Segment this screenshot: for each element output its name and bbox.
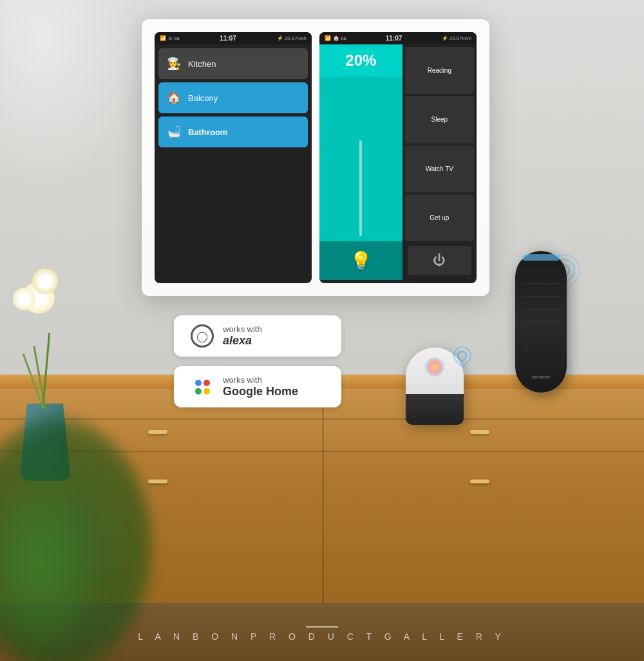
alexa-brand: alexa <box>223 334 262 348</box>
footer-text: L A N B O N P R O D U C T G A L L E R Y <box>138 631 506 642</box>
google-dot-grid <box>195 380 210 395</box>
status-icons: 📶 ⊙ os <box>160 35 180 41</box>
slider-track <box>359 140 362 236</box>
google-brand: Google Home <box>223 385 298 398</box>
status-bar-right: 📶 🏠 os 11:07 ⚡ 20.97kwh <box>319 32 477 44</box>
google-badge-text: works with Google Home <box>223 375 298 398</box>
echo-line-4 <box>522 309 560 310</box>
drawer-handle-4 <box>470 479 489 483</box>
google-icon <box>189 374 215 400</box>
google-works-with: works with <box>223 375 298 385</box>
bulb-icon: 💡 <box>350 250 372 272</box>
alexa-ring: ◯ <box>191 324 214 348</box>
status-bar-left: 📶 ⊙ os 11:07 ⚡ 20.97kwh <box>155 32 312 44</box>
os-icon: ⊙ os <box>168 35 180 41</box>
alexa-badge-text: works with alexa <box>223 324 262 348</box>
time-right: 11:07 <box>386 35 402 42</box>
power-button[interactable]: ⏻ <box>408 246 471 275</box>
power-icon: ⏻ <box>433 253 446 268</box>
echo-line-5 <box>522 322 560 322</box>
time-left: 11:07 <box>220 35 236 42</box>
drawer-handle-1 <box>148 430 167 434</box>
bathroom-label: Bathroom <box>188 127 227 137</box>
balcony-icon: 🏠 <box>165 89 183 107</box>
dot-blue <box>195 380 202 386</box>
alexa-works-with: works with <box>223 324 262 334</box>
scene-get-up[interactable]: Get up <box>405 194 474 241</box>
device-panel-left[interactable]: 📶 ⊙ os 11:07 ⚡ 20.97kwh 👨‍🍳 Kitchen 🏠 Ba… <box>155 32 312 283</box>
energy-left: ⚡ 20.97kwh <box>277 35 307 41</box>
google-badge: works with Google Home <box>174 366 341 407</box>
gh-wave-container <box>451 341 483 373</box>
dot-red <box>204 380 210 386</box>
dot-yellow <box>204 388 210 395</box>
google-home-waves <box>451 341 483 373</box>
google-home-light <box>425 357 444 377</box>
echo-speaker: amazon <box>509 251 573 418</box>
dot-green <box>195 388 202 395</box>
energy-right: ⚡ 20.97kwh <box>442 35 471 41</box>
room-item-bathroom[interactable]: 🛁 Bathroom <box>158 116 308 147</box>
alexa-icon: ◯ <box>189 323 215 349</box>
room-list: 👨‍🍳 Kitchen 🏠 Balcony 🛁 Bathroom <box>155 44 312 151</box>
scene-reading[interactable]: Reading <box>405 47 474 94</box>
bolt-icon-right: ⚡ <box>442 35 448 41</box>
device-panel-right[interactable]: 📶 🏠 os 11:07 ⚡ 20.97kwh 20% 💡 <box>319 32 477 283</box>
scene-sleep[interactable]: Sleep <box>405 96 474 143</box>
wifi-icon-right: 📶 <box>325 35 331 41</box>
echo-line-3 <box>522 296 560 297</box>
echo-body: amazon <box>515 251 567 393</box>
os-icon-right: 🏠 os <box>333 35 346 41</box>
footer-line <box>306 626 338 628</box>
echo-line-2 <box>522 283 560 284</box>
bolt-icon: ⚡ <box>277 35 283 41</box>
alexa-badge: ◯ works with alexa <box>174 315 341 357</box>
brightness-control: 20% 💡 <box>319 44 402 280</box>
drawer-handle-3 <box>148 479 167 483</box>
badge-container: ◯ works with alexa works with Google Hom… <box>174 315 341 407</box>
bathroom-icon: 🛁 <box>165 123 183 141</box>
footer: L A N B O N P R O D U C T G A L L E R Y <box>0 626 644 642</box>
light-patch <box>0 0 142 193</box>
smart-panel: 📶 ⊙ os 11:07 ⚡ 20.97kwh 👨‍🍳 Kitchen 🏠 Ba… <box>142 19 489 296</box>
google-home-speaker <box>406 348 464 425</box>
bulb-area[interactable]: 💡 <box>319 241 402 280</box>
gh-wave-2 <box>450 342 475 368</box>
echo-logo: amazon <box>532 374 550 380</box>
drawer-handle-2 <box>470 430 489 434</box>
room-item-kitchen[interactable]: 👨‍🍳 Kitchen <box>158 48 308 79</box>
brightness-slider[interactable] <box>319 77 402 241</box>
wifi-icon: 📶 <box>160 35 166 41</box>
echo-line-1 <box>522 270 560 271</box>
brightness-percent[interactable]: 20% <box>319 44 402 77</box>
google-dots <box>195 380 210 395</box>
echo-ring <box>522 254 560 261</box>
scenes-panel: Reading Sleep Watch TV Get up ⏻ <box>402 44 477 280</box>
room-item-balcony[interactable]: 🏠 Balcony <box>158 82 308 113</box>
alexa-inner-icon: ◯ <box>196 330 208 342</box>
echo-line-6 <box>522 335 560 335</box>
balcony-label: Balcony <box>188 93 218 103</box>
kitchen-label: Kitchen <box>188 59 216 69</box>
brightness-panel: 20% 💡 Reading Sleep Watch TV <box>319 44 477 280</box>
echo-line-7 <box>522 348 560 348</box>
scene-watch-tv[interactable]: Watch TV <box>405 145 474 192</box>
kitchen-icon: 👨‍🍳 <box>165 55 183 73</box>
status-icons-right: 📶 🏠 os <box>325 35 346 41</box>
